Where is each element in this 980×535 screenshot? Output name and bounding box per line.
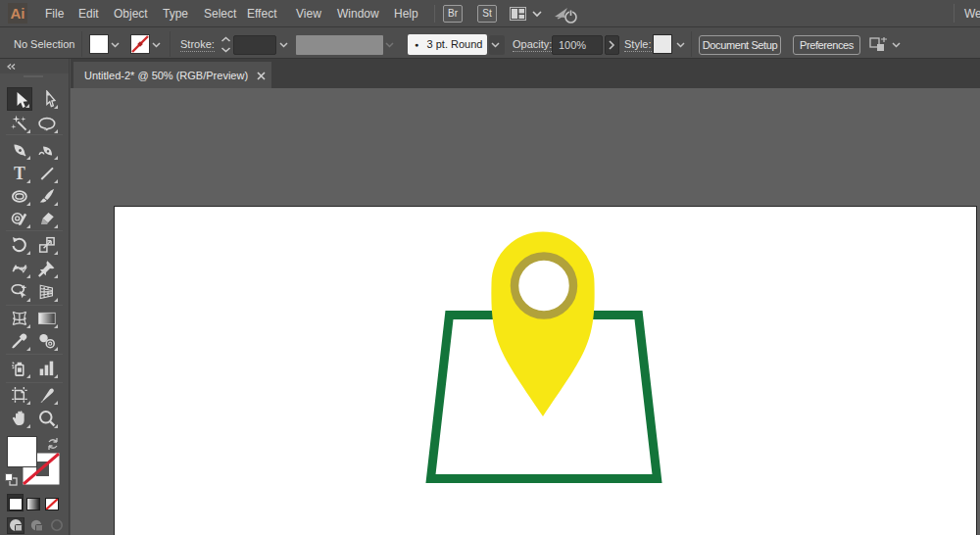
svg-text:T: T: [14, 165, 25, 182]
